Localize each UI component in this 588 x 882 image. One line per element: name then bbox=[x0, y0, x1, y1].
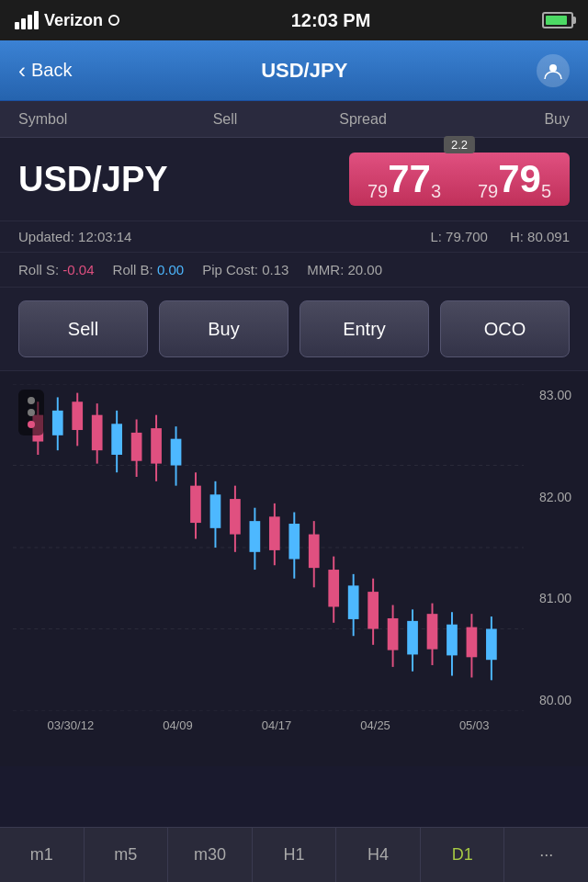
status-bar: Verizon 12:03 PM bbox=[0, 0, 588, 40]
hl-container: L: 79.700 H: 80.091 bbox=[430, 229, 570, 244]
pip-cost: Pip Cost: 0.13 bbox=[202, 262, 288, 277]
svg-rect-51 bbox=[467, 628, 478, 658]
tf-more[interactable]: ··· bbox=[504, 828, 588, 883]
back-label: Back bbox=[31, 60, 72, 81]
svg-rect-27 bbox=[230, 499, 241, 534]
mmr: MMR: 20.00 bbox=[307, 262, 382, 277]
svg-rect-31 bbox=[269, 516, 280, 550]
buy-prefix: 79 bbox=[478, 181, 498, 202]
svg-rect-37 bbox=[328, 570, 339, 606]
x-label-2: 04/09 bbox=[163, 718, 193, 732]
carrier: Verizon bbox=[44, 11, 103, 30]
roll-s-label: Roll S: bbox=[18, 262, 59, 277]
tf-m5[interactable]: m5 bbox=[85, 828, 169, 883]
roll-b: Roll B: 0.00 bbox=[113, 262, 185, 277]
dot-1 bbox=[28, 397, 35, 404]
quote-row: USD/JPY 2.2 79 77 3 79 79 5 bbox=[0, 138, 588, 221]
column-headers: Symbol Sell Spread Buy bbox=[0, 101, 588, 138]
svg-rect-35 bbox=[309, 535, 320, 569]
col-sell: Sell bbox=[156, 111, 294, 128]
svg-rect-45 bbox=[407, 621, 418, 655]
svg-rect-43 bbox=[388, 618, 399, 650]
svg-rect-9 bbox=[52, 411, 63, 435]
info-row: Updated: 12:03:14 L: 79.700 H: 80.091 bbox=[0, 221, 588, 253]
y-label-1: 83.00 bbox=[539, 388, 571, 402]
sell-suffix: 3 bbox=[431, 181, 441, 202]
low-value: L: 79.700 bbox=[430, 229, 488, 244]
roll-row: Roll S: -0.04 Roll B: 0.00 Pip Cost: 0.1… bbox=[0, 253, 588, 288]
roll-b-label: Roll B: bbox=[113, 262, 153, 277]
dot-2 bbox=[28, 409, 35, 416]
svg-point-0 bbox=[549, 64, 557, 72]
buy-suffix: 5 bbox=[541, 181, 551, 202]
svg-rect-33 bbox=[288, 524, 300, 559]
oco-button[interactable]: OCO bbox=[440, 300, 570, 357]
spread-badge: 2.2 bbox=[444, 136, 475, 153]
y-axis: 83.00 82.00 81.00 80.00 bbox=[524, 384, 575, 711]
roll-b-value: 0.00 bbox=[157, 262, 184, 277]
col-buy: Buy bbox=[432, 111, 570, 128]
svg-rect-29 bbox=[250, 521, 261, 552]
status-left: Verizon bbox=[15, 11, 119, 30]
col-symbol: Symbol bbox=[18, 111, 156, 128]
svg-rect-53 bbox=[486, 629, 497, 661]
buy-main: 79 bbox=[498, 160, 541, 198]
x-label-3: 04/17 bbox=[262, 718, 292, 732]
tf-m30[interactable]: m30 bbox=[168, 828, 253, 883]
svg-rect-49 bbox=[447, 625, 458, 656]
chart-area: 83.00 82.00 81.00 80.00 03/30/12 04/09 0… bbox=[0, 371, 588, 766]
x-label-1: 03/30/12 bbox=[48, 718, 95, 732]
svg-rect-11 bbox=[72, 401, 83, 430]
symbol-name: USD/JPY bbox=[18, 160, 168, 199]
timeframe-bar: m1 m5 m30 H1 H4 D1 ··· bbox=[0, 827, 588, 882]
updated-text: Updated: 12:03:14 bbox=[18, 229, 131, 244]
svg-rect-23 bbox=[190, 486, 201, 523]
status-right bbox=[542, 12, 573, 28]
svg-rect-15 bbox=[111, 424, 122, 455]
tf-m1[interactable]: m1 bbox=[0, 828, 85, 883]
svg-rect-39 bbox=[348, 585, 359, 619]
sell-prefix: 79 bbox=[368, 181, 388, 202]
col-spread: Spread bbox=[294, 111, 432, 128]
back-chevron-icon: ‹ bbox=[18, 58, 26, 84]
tf-h1[interactable]: H1 bbox=[253, 828, 337, 883]
svg-rect-13 bbox=[92, 415, 103, 450]
y-label-3: 81.00 bbox=[539, 591, 571, 605]
back-button[interactable]: ‹ Back bbox=[18, 58, 72, 84]
entry-button[interactable]: Entry bbox=[300, 300, 429, 357]
dot-3 bbox=[28, 421, 35, 428]
chart-dots bbox=[18, 390, 44, 435]
prices-container: 2.2 79 77 3 79 79 5 bbox=[349, 153, 570, 206]
tf-h4[interactable]: H4 bbox=[336, 828, 421, 883]
high-value: H: 80.091 bbox=[510, 229, 570, 244]
battery bbox=[542, 12, 573, 28]
y-label-4: 80.00 bbox=[539, 693, 571, 707]
user-icon[interactable] bbox=[537, 54, 570, 87]
buy-price-button[interactable]: 79 79 5 bbox=[459, 153, 570, 206]
y-label-2: 82.00 bbox=[539, 490, 571, 504]
nav-bar: ‹ Back USD/JPY bbox=[0, 40, 588, 101]
buy-button[interactable]: Buy bbox=[159, 300, 288, 357]
svg-rect-25 bbox=[210, 494, 221, 528]
roll-s: Roll S: -0.04 bbox=[18, 262, 95, 277]
x-label-5: 05/03 bbox=[459, 718, 490, 732]
battery-fill bbox=[546, 16, 567, 25]
sell-button[interactable]: Sell bbox=[18, 300, 148, 357]
svg-rect-19 bbox=[151, 428, 162, 463]
action-row: Sell Buy Entry OCO bbox=[0, 288, 588, 371]
sell-price-button[interactable]: 79 77 3 bbox=[349, 153, 459, 206]
svg-rect-17 bbox=[131, 433, 142, 461]
sell-main: 77 bbox=[388, 160, 431, 198]
status-time: 12:03 PM bbox=[291, 10, 371, 31]
signal-bars bbox=[15, 11, 39, 29]
tf-d1[interactable]: D1 bbox=[421, 828, 505, 883]
data-indicator bbox=[108, 15, 119, 26]
nav-title: USD/JPY bbox=[261, 59, 347, 83]
svg-rect-47 bbox=[427, 614, 438, 649]
candlestick-chart bbox=[13, 384, 524, 711]
x-axis: 03/30/12 04/09 04/17 04/25 05/03 bbox=[13, 711, 524, 753]
svg-rect-21 bbox=[171, 439, 182, 466]
roll-s-value: -0.04 bbox=[62, 262, 94, 277]
x-label-4: 04/25 bbox=[360, 718, 390, 732]
svg-rect-41 bbox=[368, 592, 379, 628]
